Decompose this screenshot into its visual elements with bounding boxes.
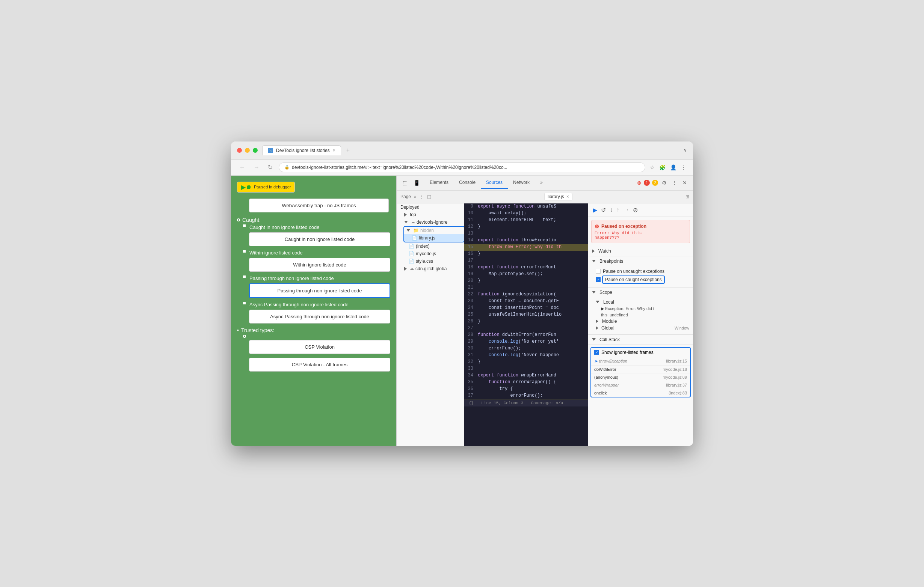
- tab-sources[interactable]: Sources: [481, 177, 508, 189]
- tab-overflow-button[interactable]: ∨: [684, 148, 687, 153]
- triangle-down-icon: [404, 221, 408, 223]
- tab-more[interactable]: »: [535, 177, 548, 189]
- maximize-button[interactable]: [253, 148, 257, 153]
- stack-fn-2: (anonymous): [594, 375, 618, 380]
- line-number-11: 11: [464, 217, 478, 224]
- tab-close-button[interactable]: ×: [333, 148, 335, 153]
- ft-top-label: top: [410, 212, 416, 217]
- back-button[interactable]: ←: [237, 163, 248, 171]
- extension-icon[interactable]: 🧩: [658, 164, 667, 171]
- ft-cdn[interactable]: ☁ cdn.glitch.globa: [397, 265, 464, 273]
- ft-hidden-folder[interactable]: 📁 hidden: [404, 227, 464, 234]
- within-ignore-box[interactable]: Within ignore listed code: [249, 258, 390, 272]
- pause-uncaught-checkbox[interactable]: [596, 269, 601, 274]
- file-tab-name: library.js: [548, 194, 564, 199]
- tab-title: DevTools ignore list stories: [276, 148, 330, 153]
- ft-top[interactable]: top: [397, 211, 464, 219]
- resume-button[interactable]: ▶: [592, 206, 598, 214]
- line-number-31: 31: [464, 352, 478, 359]
- code-line-31: 31 console.log('Never happene: [464, 352, 588, 359]
- stack-frame-4[interactable]: onclick (index):83: [591, 389, 690, 397]
- devtools-inspect-icon[interactable]: ⬚: [401, 178, 409, 187]
- bookmark-icon[interactable]: ☆: [649, 164, 655, 171]
- local-section-title[interactable]: Local: [596, 299, 689, 306]
- collapse-tree-icon[interactable]: ◫: [427, 194, 431, 199]
- step-over-button[interactable]: ↺: [600, 206, 607, 214]
- page-button[interactable]: Page: [400, 194, 411, 199]
- caught-non-ignore-box[interactable]: Caught in non ignore listed code: [249, 232, 390, 246]
- file-tab-close[interactable]: ×: [566, 194, 569, 199]
- stack-frame-0[interactable]: ➤throwException library.js:15: [591, 357, 690, 365]
- scope-triangle-icon: [592, 291, 596, 294]
- line-number-34: 34: [464, 372, 478, 379]
- devtools-device-icon[interactable]: 📱: [412, 178, 421, 187]
- passing-through-label: Passing through non ignore listed code: [243, 276, 390, 281]
- show-ignored-label: Show ignore-listed frames: [601, 350, 653, 355]
- reload-button[interactable]: ↻: [266, 163, 275, 171]
- step-into-button[interactable]: ↓: [609, 206, 613, 214]
- profile-icon[interactable]: 👤: [669, 164, 677, 171]
- scope-section-title[interactable]: Scope: [588, 288, 693, 297]
- tab-network[interactable]: Network: [508, 177, 535, 189]
- csp-box[interactable]: CSP Violation: [249, 340, 390, 354]
- line-content-16: }: [478, 251, 588, 258]
- active-tab[interactable]: 🔧 DevTools ignore list stories ×: [262, 145, 341, 155]
- ft-style[interactable]: 📄 style.css: [397, 258, 464, 265]
- code-line-14: 14export function throwExceptio: [464, 237, 588, 244]
- ft-mycode[interactable]: 📄 mycode.js: [397, 250, 464, 258]
- format-icon[interactable]: ⊞: [685, 194, 689, 199]
- hidden-folder-highlight: 📁 hidden 📄 library.js: [404, 227, 464, 242]
- scope-label: Scope: [599, 290, 612, 295]
- devtools-more-icon[interactable]: ⋮: [670, 178, 679, 187]
- file-tab[interactable]: library.js ×: [544, 193, 573, 201]
- tab-console[interactable]: Console: [454, 177, 481, 189]
- async-passing-box[interactable]: Async Passing through non ignore listed …: [249, 310, 390, 324]
- paused-icon: ▶⏺: [241, 184, 252, 191]
- deactivate-breakpoints-button[interactable]: ⊘: [632, 206, 639, 214]
- url-input[interactable]: 🔒 devtools-ignore-list-stories.glitch.me…: [279, 163, 645, 172]
- step-button[interactable]: →: [622, 206, 630, 214]
- breakpoints-section-title[interactable]: Breakpoints: [588, 257, 693, 266]
- code-line-13: 13: [464, 230, 588, 237]
- code-panel: 9export async function unsafeS10 await d…: [464, 204, 588, 446]
- line-number-29: 29: [464, 339, 478, 345]
- new-tab-button[interactable]: +: [344, 147, 352, 153]
- stack-frame-1[interactable]: doWithError mycode.js:18: [591, 365, 690, 373]
- source-kebab-icon[interactable]: ⋮: [419, 194, 424, 199]
- ft-library-file[interactable]: 📄 library.js: [404, 234, 464, 242]
- csp-all-box[interactable]: CSP Violation - All frames: [249, 358, 390, 372]
- menu-icon[interactable]: ⋮: [680, 164, 687, 171]
- close-button[interactable]: [237, 148, 242, 153]
- minimize-button[interactable]: [245, 148, 250, 153]
- stack-frame-2[interactable]: (anonymous) mycode.js:89: [591, 373, 690, 381]
- folder-icon: 📁: [413, 228, 419, 233]
- watch-section-title[interactable]: Watch: [588, 246, 693, 256]
- ft-deployed[interactable]: Deployed: [397, 204, 464, 211]
- forward-button[interactable]: →: [251, 163, 262, 171]
- wasm-box[interactable]: WebAssembly trap - no JS frames: [249, 199, 389, 212]
- this-item: this: undefined: [601, 312, 689, 318]
- paused-text: Paused in debugger: [254, 185, 291, 189]
- stack-frame-3[interactable]: errorWrapper library.js:37: [591, 381, 690, 389]
- global-section-title[interactable]: Global Window: [596, 325, 689, 331]
- step-out-button[interactable]: ↑: [615, 206, 620, 214]
- ft-devtools-ignore[interactable]: ☁ devtools-ignore: [397, 219, 464, 226]
- code-line-10: 10 await delay();: [464, 210, 588, 217]
- devtools-close-icon[interactable]: ✕: [681, 178, 688, 187]
- call-stack-header[interactable]: Call Stack: [588, 335, 693, 345]
- file-icon-2: 📄: [409, 243, 414, 249]
- source-more-button[interactable]: »: [414, 194, 417, 199]
- code-line-12: 12}: [464, 224, 588, 230]
- error-circle-icon: ⊗: [595, 223, 599, 229]
- call-stack-section: Call Stack Show ignore-listed frames ➤th…: [588, 335, 693, 400]
- devtools-settings-icon[interactable]: ⚙: [660, 178, 668, 187]
- tab-elements[interactable]: Elements: [424, 177, 454, 189]
- show-ignored-checkbox[interactable]: [594, 350, 599, 355]
- line-content-33: [478, 365, 588, 372]
- code-line-35: 35 function errorWrapper() {: [464, 379, 588, 386]
- code-line-9: 9export async function unsafeS: [464, 204, 588, 210]
- pause-caught-checkbox[interactable]: [596, 277, 601, 282]
- passing-through-box[interactable]: Passing through non ignore listed code: [249, 283, 390, 298]
- ft-index[interactable]: 📄 (index): [397, 242, 464, 250]
- module-section-title[interactable]: Module: [596, 318, 689, 325]
